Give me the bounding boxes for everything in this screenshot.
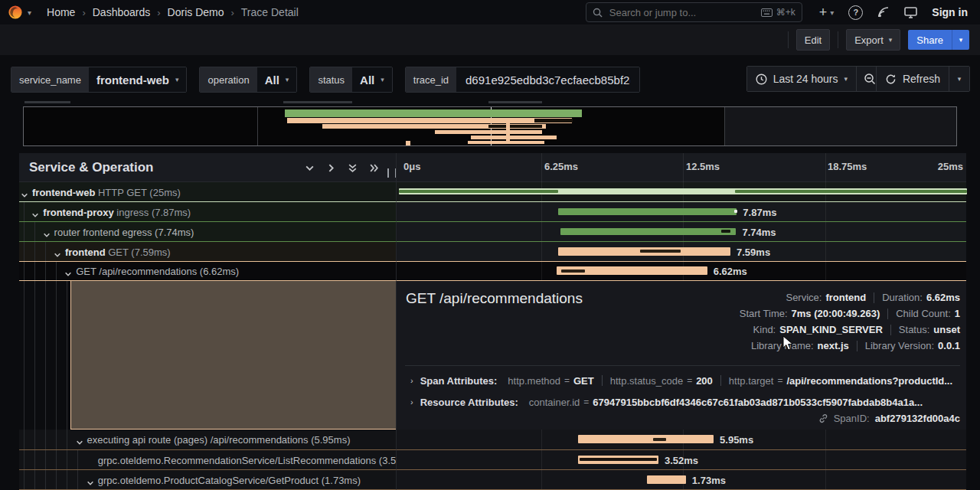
span-row-name[interactable]: router frontend egress (7.74ms) (19, 222, 396, 242)
chevron-down-icon[interactable] (21, 188, 28, 202)
span-row[interactable]: frontend-proxy ingress (7.87ms)7.87ms (19, 202, 966, 222)
overview-value: SPAN_KIND_SERVER (779, 324, 883, 335)
add-button[interactable]: + ▾ (819, 5, 835, 19)
time-range-button[interactable]: Last 24 hours ▾ (747, 67, 856, 91)
chevron-down-icon: ▾ (286, 76, 289, 83)
span-row[interactable]: GET /api/recommendations (6.62ms)6.62ms (19, 262, 966, 281)
axis-tick-label: 12.5ms (686, 161, 720, 172)
span-row[interactable]: executing api route (pages) /api/recomme… (19, 430, 966, 450)
span-row-timeline[interactable]: 1.73ms (396, 470, 966, 490)
span-row-name[interactable]: frontend-proxy ingress (7.87ms) (19, 202, 396, 222)
span-row-timeline[interactable]: 5.95ms (396, 430, 966, 450)
span-row-timeline[interactable]: 7.87ms (396, 202, 966, 222)
display-button[interactable] (904, 7, 917, 18)
span-operation-name: router frontend egress (7.74ms) (54, 227, 194, 238)
span-duration-bar[interactable] (558, 247, 730, 256)
span-sub-segment (399, 190, 558, 193)
help-button[interactable]: ? (848, 5, 863, 20)
span-duration-bar[interactable] (560, 228, 737, 235)
export-button[interactable]: Export ▾ (846, 29, 900, 51)
span-row-name[interactable]: GET /api/recommendations (6.62ms) (19, 262, 396, 281)
search-input[interactable] (608, 6, 761, 19)
org-switcher-chevron-icon[interactable]: ▾ (28, 8, 31, 17)
span-row-name[interactable]: grpc.oteldemo.RecommendationService/List… (19, 450, 396, 470)
share-button[interactable]: Share ▾ (908, 30, 969, 50)
trace-id-input[interactable] (464, 73, 632, 87)
span-sub-segment (640, 250, 681, 253)
status-select[interactable]: All ▾ (352, 67, 392, 92)
indent-guide (45, 470, 46, 489)
span-duration-bar[interactable] (647, 475, 686, 484)
timeline-gridline (825, 450, 826, 469)
minimap-divider (257, 107, 258, 145)
indent-guide (24, 242, 24, 261)
overview-value: 0.0.1 (938, 340, 960, 351)
span-waterfall: GET /api/recommendations Service:fronten… (19, 182, 966, 490)
refresh-button[interactable]: Refresh (877, 67, 949, 91)
span-duration-bar[interactable] (578, 435, 714, 443)
service-name-select[interactable]: frontend-web ▾ (89, 67, 187, 92)
breadcrumb-item[interactable]: Doris Demo (168, 6, 224, 18)
span-row-name[interactable]: grpc.oteldemo.ProductCatalogService/GetP… (19, 470, 396, 490)
collapse-all-icon[interactable] (348, 163, 358, 173)
overview-label: Child Count: (896, 308, 951, 319)
refresh-interval-chevron-icon[interactable]: ▾ (949, 67, 969, 91)
span-row-timeline[interactable]: 7.74ms (396, 222, 966, 242)
span-row-name[interactable]: executing api route (pages) /api/recomme… (19, 430, 396, 450)
span-row-name[interactable]: frontend-web HTTP GET (25ms) (19, 182, 396, 202)
breadcrumb-separator-icon: › (157, 7, 160, 18)
span-overview-row: Service:frontendDuration:6.62ms (740, 289, 960, 305)
span-row-timeline[interactable]: 7.59ms (396, 242, 966, 262)
overview-divider (887, 309, 888, 319)
attribute-equals: = (583, 397, 589, 407)
minimap-divider (724, 107, 725, 145)
span-duration-bar[interactable] (578, 456, 658, 464)
span-row-timeline[interactable] (396, 182, 966, 202)
span-row[interactable]: grpc.oteldemo.ProductCatalogService/GetP… (19, 470, 966, 490)
search-box[interactable]: ⌘+k (586, 2, 802, 22)
chevron-down-icon[interactable] (43, 228, 51, 242)
attributes-row[interactable]: ›Resource Attributes:container.id=679479… (410, 394, 960, 410)
attribute-equals: = (687, 375, 692, 386)
chevron-down-icon[interactable] (76, 436, 83, 449)
span-row[interactable]: frontend-web HTTP GET (25ms) (19, 182, 966, 202)
indent-guide (24, 470, 24, 489)
span-row[interactable]: grpc.oteldemo.RecommendationService/List… (19, 450, 966, 470)
breadcrumb-item[interactable]: Home (47, 6, 75, 18)
span-row-timeline[interactable]: 6.62ms (396, 262, 966, 281)
edit-button[interactable]: Edit (796, 29, 830, 51)
attribute-key: http.method (508, 375, 560, 387)
breadcrumb: Home›Dashboards›Doris Demo›Trace Detail (47, 6, 299, 18)
chevron-down-icon[interactable] (87, 476, 94, 490)
indent-guide (56, 281, 57, 430)
indent-guide (67, 281, 67, 430)
span-row-timeline[interactable]: 3.52ms (396, 450, 966, 470)
span-name-text: grpc.oteldemo.ProductCatalogService/GetP… (98, 473, 361, 487)
chevron-down-icon[interactable] (64, 267, 72, 281)
chevron-down-icon[interactable] (31, 208, 39, 222)
span-row[interactable]: frontend GET (7.59ms)7.59ms (19, 242, 966, 262)
link-icon[interactable] (818, 413, 828, 423)
selected-span-indent-region (70, 280, 397, 430)
collapse-one-icon[interactable] (305, 163, 315, 173)
span-duration-bar[interactable] (558, 208, 737, 215)
timeline-gridline (825, 262, 826, 280)
overview-label: Kind: (753, 324, 776, 335)
expand-one-icon[interactable] (326, 163, 336, 173)
breadcrumb-item[interactable]: Dashboards (93, 6, 151, 18)
minimap-span-bar (471, 136, 557, 139)
breadcrumb-item: Trace Detail (241, 6, 299, 18)
span-duration-bar[interactable] (557, 266, 707, 275)
share-chevron-icon[interactable]: ▾ (952, 30, 969, 50)
grafana-logo-icon[interactable] (8, 5, 23, 20)
news-button[interactable] (877, 6, 890, 18)
attributes-row[interactable]: ›Span Attributes:http.method=GEThttp.sta… (410, 373, 960, 388)
span-row[interactable]: router frontend egress (7.74ms)7.74ms (19, 222, 966, 242)
span-duration-bar[interactable] (399, 188, 967, 194)
chevron-down-icon[interactable] (54, 248, 61, 262)
span-row-name[interactable]: frontend GET (7.59ms) (19, 242, 396, 262)
sign-in-button[interactable]: Sign in (932, 6, 968, 18)
expand-all-icon[interactable] (369, 163, 379, 173)
operation-select[interactable]: All ▾ (257, 67, 297, 92)
trace-minimap[interactable] (23, 106, 957, 146)
